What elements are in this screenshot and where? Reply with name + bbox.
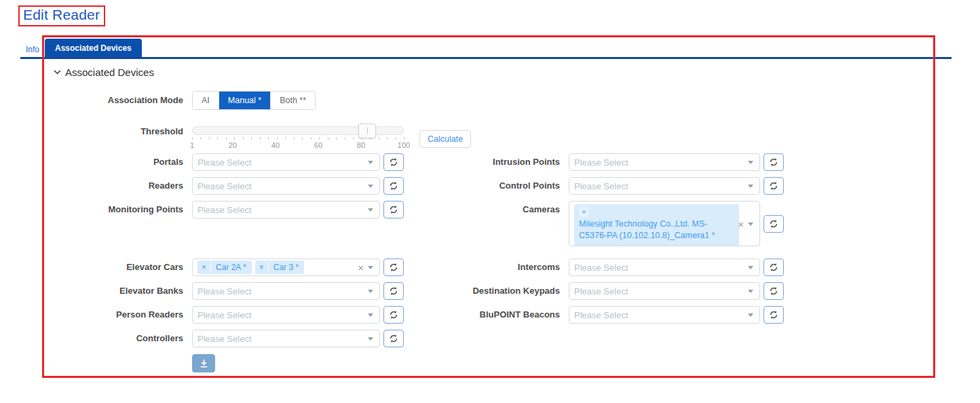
clear-selection-icon[interactable]: × <box>358 263 364 273</box>
select-placeholder: Please Select <box>197 157 252 168</box>
elevator-cars-select[interactable]: ×Car 2A *×Car 3 *× <box>192 258 380 276</box>
portals-select[interactable]: Please Select <box>192 153 380 171</box>
dropdown-caret-icon[interactable] <box>748 185 753 188</box>
refresh-icon <box>389 205 398 214</box>
blupoint-beacons-select[interactable]: Please Select <box>569 306 760 324</box>
destination-keypads-select[interactable]: Please Select <box>569 282 760 300</box>
slider-tick <box>336 137 337 140</box>
person-readers-select[interactable]: Please Select <box>192 306 380 324</box>
select-placeholder: Please Select <box>197 334 252 344</box>
refresh-button-portals[interactable] <box>383 153 404 171</box>
refresh-button-control-points[interactable] <box>764 177 784 195</box>
slider-tick <box>294 137 295 140</box>
select-placeholder: Please Select <box>197 205 252 215</box>
dropdown-caret-icon[interactable] <box>748 290 753 293</box>
tag-label: Car 3 * <box>269 263 304 272</box>
slider-tick <box>260 137 261 140</box>
field-row-person-readers: Person ReadersPlease Select <box>54 306 404 324</box>
refresh-button-readers[interactable] <box>383 177 404 195</box>
dropdown-caret-icon[interactable] <box>368 185 373 188</box>
field-row-intercoms: IntercomsPlease Select <box>431 258 784 276</box>
refresh-icon <box>389 286 398 296</box>
refresh-icon <box>769 181 778 191</box>
remove-tag-icon[interactable]: × <box>255 263 269 272</box>
refresh-button-blupoint-beacons[interactable] <box>764 306 784 324</box>
dropdown-caret-icon[interactable] <box>368 290 373 293</box>
field-row-monitoring-points: Monitoring PointsPlease Select <box>54 201 404 218</box>
cameras-select[interactable]: ×Milesight Technology Co.,Ltd. MS-C5376-… <box>569 201 760 246</box>
tab-associated-devices[interactable]: Associated Devices <box>45 39 142 57</box>
slider-tick-label: 1 <box>190 141 194 149</box>
calculate-button[interactable]: Calculate <box>419 130 471 148</box>
tab-info[interactable]: Info <box>23 42 42 57</box>
intrusion-points-select[interactable]: Please Select <box>569 153 760 171</box>
slider-tick <box>319 137 320 140</box>
threshold-slider[interactable]: 120406080100 <box>192 126 404 152</box>
refresh-button-person-readers[interactable] <box>383 306 404 324</box>
field-row-cameras: Cameras×Milesight Technology Co.,Ltd. MS… <box>431 201 784 246</box>
remove-tag-icon[interactable]: × <box>579 207 588 217</box>
edit-reader-page: Edit Reader Info Associated Devices Asso… <box>0 0 980 403</box>
monitoring-points-select[interactable]: Please Select <box>192 201 380 218</box>
field-row-readers: ReadersPlease Select <box>54 177 404 195</box>
remove-tag-icon[interactable]: × <box>197 263 211 272</box>
refresh-button-intrusion-points[interactable] <box>764 153 784 171</box>
page-title: Edit Reader <box>23 7 100 23</box>
refresh-icon <box>389 157 398 167</box>
refresh-button-intercoms[interactable] <box>764 258 784 276</box>
field-label-monitoring-points: Monitoring Points <box>54 201 183 218</box>
elevator-banks-select[interactable]: Please Select <box>192 282 380 300</box>
refresh-button-elevator-cars[interactable] <box>383 258 404 276</box>
association-mode-group: AIManual *Both ** <box>192 91 316 110</box>
field-label-blupoint-beacons: BluPOINT Beacons <box>431 306 560 324</box>
clear-selection-icon[interactable]: × <box>738 218 744 229</box>
left-field-column: PortalsPlease SelectReadersPlease Select… <box>54 153 404 379</box>
field-label-elevator-cars: Elevator Cars <box>54 258 183 276</box>
dropdown-caret-icon[interactable] <box>368 313 373 317</box>
slider-tick <box>345 137 345 140</box>
field-row-portals: PortalsPlease Select <box>54 153 404 171</box>
slider-tick <box>302 137 303 140</box>
refresh-button-elevator-banks[interactable] <box>383 282 404 300</box>
slider-tick <box>362 137 362 140</box>
dropdown-caret-icon[interactable] <box>368 337 373 341</box>
slider-tick <box>200 137 201 140</box>
right-field-column: Intrusion PointsPlease SelectControl Poi… <box>431 153 784 330</box>
select-placeholder: Please Select <box>574 181 628 191</box>
slider-handle[interactable] <box>358 123 376 138</box>
dropdown-caret-icon[interactable] <box>748 161 753 164</box>
slider-tick <box>268 137 269 140</box>
field-row-controllers: ControllersPlease Select <box>54 330 404 347</box>
download-button[interactable] <box>192 354 215 372</box>
refresh-icon <box>769 219 778 229</box>
slider-tick <box>311 137 312 140</box>
intercoms-select[interactable]: Please Select <box>569 258 760 276</box>
field-label-intrusion-points: Intrusion Points <box>431 153 560 171</box>
slider-tick <box>217 137 218 140</box>
controllers-select[interactable]: Please Select <box>192 330 380 347</box>
refresh-button-controllers[interactable] <box>383 330 404 347</box>
selected-tag: ×Car 3 * <box>255 261 304 274</box>
dropdown-caret-icon[interactable] <box>368 161 373 164</box>
mode-option-manual[interactable]: Manual * <box>219 92 270 109</box>
slider-tick-label: 60 <box>314 141 322 149</box>
mode-option-both[interactable]: Both ** <box>270 92 315 109</box>
dropdown-caret-icon[interactable] <box>368 266 373 269</box>
control-points-select[interactable]: Please Select <box>569 177 760 195</box>
slider-tick <box>370 137 371 140</box>
slider-tick <box>379 137 379 140</box>
slider-tick <box>285 137 286 140</box>
dropdown-caret-icon[interactable] <box>748 313 753 317</box>
tab-underline <box>20 57 951 59</box>
slider-track[interactable] <box>192 126 404 135</box>
section-toggle[interactable]: Associated Devices <box>53 66 154 78</box>
refresh-button-monitoring-points[interactable] <box>383 201 404 218</box>
refresh-button-destination-keypads[interactable] <box>764 282 784 300</box>
dropdown-caret-icon[interactable] <box>748 223 753 226</box>
dropdown-caret-icon[interactable] <box>748 266 753 269</box>
readers-select[interactable]: Please Select <box>192 177 380 195</box>
refresh-button-cameras[interactable] <box>764 215 784 233</box>
threshold-label: Threshold <box>54 122 183 140</box>
mode-option-ai[interactable]: AI <box>193 92 219 109</box>
dropdown-caret-icon[interactable] <box>368 208 373 212</box>
